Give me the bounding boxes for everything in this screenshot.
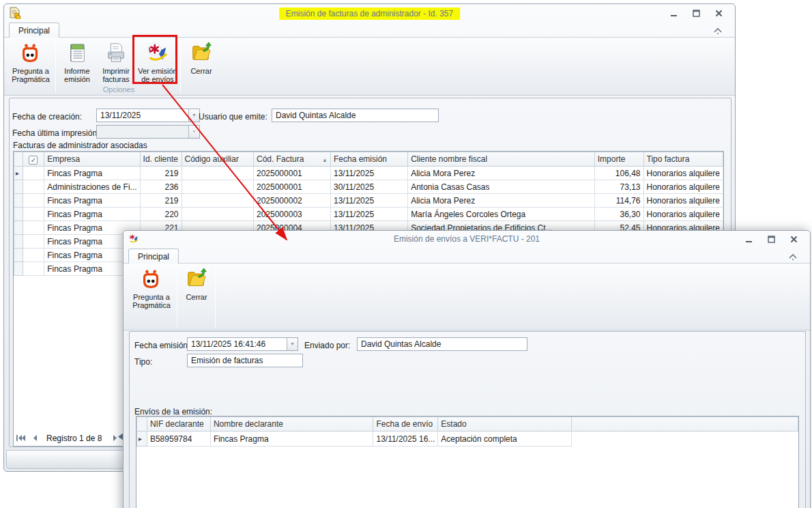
table-row[interactable]: Administraciones de Fi...236 2025000001 … xyxy=(14,180,723,194)
enviado-por-input[interactable]: David Quintas Alcalde xyxy=(357,337,527,351)
fecha-emision-label: Fecha emisión: xyxy=(134,341,190,350)
select-column-header[interactable]: ✓ xyxy=(23,152,44,167)
col-id-cliente[interactable]: Id. cliente xyxy=(140,152,182,167)
ver-emision-envios-button[interactable]: Ver emisión de envíos xyxy=(136,40,179,86)
envios-grid: NIF declarante Nombre declarante Fecha d… xyxy=(136,416,799,508)
table-row[interactable]: Fincas Pragma219 2025000002 13/11/2025Al… xyxy=(14,194,723,208)
envios-emision-caption: Envíos de la emisión: xyxy=(134,407,212,417)
tab-principal[interactable]: Principal xyxy=(9,23,59,38)
col-nif-declarante[interactable]: NIF declarante xyxy=(147,417,210,432)
verifactu-icon xyxy=(128,234,139,244)
record-counter: Registro 1 de 8 xyxy=(42,434,106,443)
tipo-label: Tipo: xyxy=(134,357,152,367)
close-button[interactable] xyxy=(712,8,725,18)
report-icon xyxy=(66,42,89,65)
table-row[interactable]: ▸ Fincas Pragma219 2025000001 13/11/2025… xyxy=(14,167,723,180)
pregunta-pragmatica-button[interactable]: Pregunta a Pragmática xyxy=(129,266,174,312)
close-button[interactable] xyxy=(787,234,800,244)
window2-titlebar: Emisión de envíos a VERI*FACTU - 201 xyxy=(124,231,810,248)
col-tipo-factura[interactable]: Tipo factura xyxy=(643,152,723,167)
fecha-impresion-label: Fecha última impresión: xyxy=(12,128,99,138)
informe-emision-button[interactable]: Informe emisión xyxy=(58,40,96,86)
tab-principal[interactable]: Principal xyxy=(128,249,179,264)
pregunta-pragmatica-button[interactable]: Pregunta a Pragmática xyxy=(8,40,53,86)
row-marker-icon: ▸ xyxy=(137,432,147,447)
col-cod-factura[interactable]: ▲Cód. Factura xyxy=(254,152,331,167)
collapse-ribbon-icon[interactable] xyxy=(788,253,798,261)
window2-title: Emisión de envíos a VERI*FACTU - 201 xyxy=(394,234,540,244)
col-importe[interactable]: Importe xyxy=(594,152,643,167)
usuario-emite-label: Usuario que emite: xyxy=(199,112,267,122)
printer-icon xyxy=(104,42,128,65)
window2-ribbon: Pregunta a Pragmática Cerrar xyxy=(124,264,810,330)
row-marker-header xyxy=(137,417,147,432)
col-fecha-envio[interactable]: Fecha de envío xyxy=(373,417,438,432)
header-row: ✓ Empresa Id. cliente Código auxiliar ▲C… xyxy=(14,152,723,167)
check-icon: ✓ xyxy=(29,156,38,165)
window1-tabrow: Principal xyxy=(4,22,735,38)
robot-icon xyxy=(140,268,163,291)
window2-tabrow: Principal xyxy=(124,248,810,264)
cerrar-button[interactable]: Cerrar xyxy=(183,40,220,86)
dropdown-icon[interactable]: ▼ xyxy=(188,109,199,122)
row-marker-icon: ▸ xyxy=(14,167,23,180)
sort-asc-icon: ▲ xyxy=(322,157,328,163)
close-folder-icon xyxy=(190,42,213,65)
tipo-input[interactable]: Emisión de facturas xyxy=(187,354,303,367)
emision-envios-window: Emisión de envíos a VERI*FACTU - 201 Pri… xyxy=(123,230,811,508)
window1-titlebar: Emisión de facturas de administrador - I… xyxy=(4,4,735,22)
row-marker-header xyxy=(14,152,23,167)
collapse-ribbon-icon[interactable] xyxy=(713,27,723,35)
col-nombre-declarante[interactable]: Nombre declarante xyxy=(210,417,373,432)
col-empresa[interactable]: Empresa xyxy=(44,152,140,167)
ribbon-group-opciones: Opciones xyxy=(58,85,179,94)
robot-icon xyxy=(19,42,42,65)
table-row[interactable]: ▸ B58959784 Fincas Pragma 13/11/2025 16.… xyxy=(137,432,798,447)
col-codigo-auxiliar[interactable]: Código auxiliar xyxy=(182,152,254,167)
fecha-emision-input[interactable]: 13/11/2025 16:41:46 ▼ xyxy=(187,337,298,351)
col-filler xyxy=(571,417,798,432)
maximize-button[interactable] xyxy=(764,234,778,244)
window1-ribbon: Pregunta a Pragmática Informe emisión Im… xyxy=(4,38,735,96)
nav-first-icon[interactable] xyxy=(15,433,26,443)
fecha-creacion-input[interactable]: 13/11/2025 ▼ xyxy=(96,109,200,122)
verifactu-icon xyxy=(146,42,169,65)
usuario-emite-input[interactable]: David Quintas Alcalde xyxy=(272,109,439,122)
nav-prev-icon[interactable] xyxy=(29,433,40,443)
header-row: NIF declarante Nombre declarante Fecha d… xyxy=(137,417,798,432)
col-cliente-nombre[interactable]: Cliente nombre fiscal xyxy=(408,152,595,167)
cerrar-button[interactable]: Cerrar xyxy=(179,266,214,312)
imprimir-facturas-button[interactable]: Imprimir facturas xyxy=(97,40,135,86)
close-folder-icon xyxy=(185,268,208,291)
minimize-button[interactable] xyxy=(667,8,680,18)
window1-title: Emisión de facturas de administrador - I… xyxy=(279,8,460,20)
col-estado[interactable]: Estado xyxy=(438,417,571,432)
dropdown-icon[interactable]: ▼ xyxy=(287,338,298,350)
fecha-impresion-input[interactable]: ▼ xyxy=(96,125,200,139)
maximize-button[interactable] xyxy=(689,8,703,18)
minimize-button[interactable] xyxy=(742,234,755,244)
enviado-por-label: Enviado por: xyxy=(304,341,350,350)
col-fecha-emision[interactable]: Fecha emisión xyxy=(330,152,407,167)
record-navigator: Registro 1 de 8 xyxy=(15,432,133,444)
fecha-creacion-label: Fecha de creación: xyxy=(12,112,82,122)
invoice-coins-icon xyxy=(9,7,21,19)
table-row[interactable]: Fincas Pragma220 2025000003 13/11/2025Ma… xyxy=(14,208,723,221)
dropdown-icon: ▼ xyxy=(188,126,199,138)
facturas-asociadas-caption: Facturas de administrador asociadas xyxy=(13,141,147,150)
